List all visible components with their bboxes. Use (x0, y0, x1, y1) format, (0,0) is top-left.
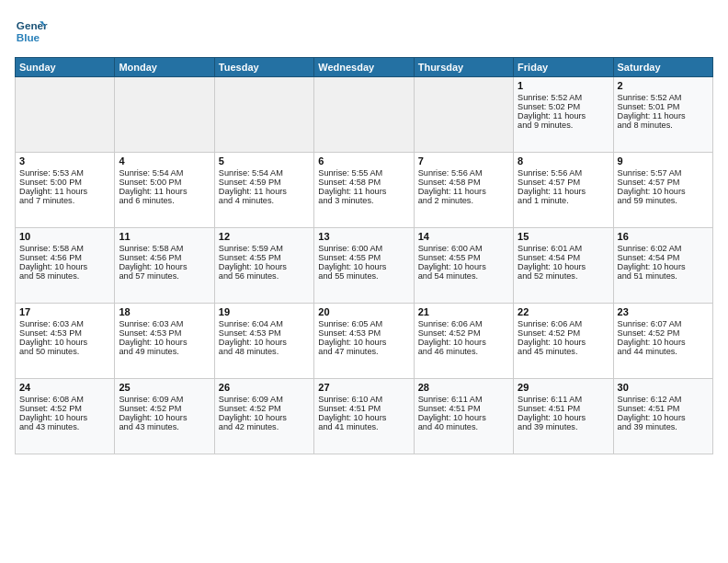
day-number: 18 (119, 306, 210, 317)
cell-week1-day2 (115, 77, 214, 153)
cell-text: and 52 minutes. (518, 271, 609, 281)
cell-text: Sunrise: 6:02 AM (618, 244, 709, 253)
cell-week3-day1: 10Sunrise: 5:58 AMSunset: 4:56 PMDayligh… (16, 228, 115, 304)
cell-text: Sunset: 4:55 PM (219, 253, 310, 262)
cell-text: and 6 minutes. (119, 196, 210, 205)
cell-text: Sunset: 4:52 PM (219, 404, 310, 413)
week-row-4: 17Sunrise: 6:03 AMSunset: 4:53 PMDayligh… (16, 304, 713, 379)
cell-text: Sunrise: 5:52 AM (518, 93, 609, 102)
cell-text: Daylight: 10 hours (418, 262, 509, 271)
cell-week5-day2: 25Sunrise: 6:09 AMSunset: 4:52 PMDayligh… (115, 379, 214, 454)
day-number: 22 (518, 306, 609, 317)
cell-text: Sunrise: 6:11 AM (418, 395, 509, 404)
cell-text: Sunset: 4:53 PM (119, 328, 210, 338)
day-number: 30 (618, 382, 709, 393)
cell-text: and 7 minutes. (19, 196, 110, 205)
day-number: 24 (19, 382, 110, 393)
cell-text: Sunrise: 6:09 AM (219, 395, 310, 404)
cell-text: Daylight: 10 hours (318, 262, 409, 271)
cell-text: Sunset: 4:51 PM (318, 404, 409, 413)
cell-text: Sunrise: 6:03 AM (119, 319, 210, 328)
cell-week4-day7: 23Sunrise: 6:07 AMSunset: 4:52 PMDayligh… (613, 304, 712, 379)
cell-text: Daylight: 10 hours (618, 187, 709, 196)
cell-text: Sunrise: 6:05 AM (318, 319, 409, 328)
cell-week5-day4: 27Sunrise: 6:10 AMSunset: 4:51 PMDayligh… (314, 379, 414, 454)
day-number: 15 (518, 231, 609, 242)
day-number: 9 (618, 155, 709, 167)
cell-week4-day2: 18Sunrise: 6:03 AMSunset: 4:53 PMDayligh… (115, 304, 214, 379)
cell-text: Sunset: 4:56 PM (119, 253, 210, 262)
svg-text:Blue: Blue (17, 31, 40, 43)
cell-text: Daylight: 10 hours (19, 262, 110, 271)
cell-text: Daylight: 11 hours (618, 111, 709, 121)
cell-text: Sunrise: 6:01 AM (518, 244, 609, 253)
cell-text: Daylight: 10 hours (518, 338, 609, 347)
cell-week2-day7: 9Sunrise: 5:57 AMSunset: 4:57 PMDaylight… (613, 153, 712, 228)
day-number: 29 (518, 382, 609, 393)
day-number: 10 (19, 231, 110, 242)
cell-text: Sunrise: 5:59 AM (219, 244, 310, 253)
cell-text: Sunrise: 6:08 AM (19, 395, 110, 404)
cell-text: Sunrise: 5:57 AM (618, 168, 709, 178)
cell-text: and 56 minutes. (219, 271, 310, 281)
cell-text: Sunset: 4:53 PM (219, 328, 310, 338)
cell-week5-day5: 28Sunrise: 6:11 AMSunset: 4:51 PMDayligh… (414, 379, 513, 454)
cell-text: Sunset: 4:57 PM (518, 178, 609, 187)
cell-text: Daylight: 10 hours (618, 338, 709, 347)
cell-text: and 2 minutes. (418, 196, 509, 205)
cell-week3-day6: 15Sunrise: 6:01 AMSunset: 4:54 PMDayligh… (514, 228, 613, 304)
day-number: 26 (219, 382, 310, 393)
cell-text: Sunset: 4:59 PM (219, 178, 310, 187)
cell-text: Sunset: 4:53 PM (318, 328, 409, 338)
cell-text: and 1 minute. (518, 196, 609, 205)
cell-text: Daylight: 10 hours (618, 262, 709, 271)
cell-text: and 51 minutes. (618, 271, 709, 281)
col-header-thursday: Thursday (414, 58, 513, 77)
day-number: 19 (219, 306, 310, 317)
cell-text: Sunset: 4:52 PM (418, 328, 509, 338)
cell-text: and 8 minutes. (618, 121, 709, 130)
cell-text: Sunset: 4:52 PM (518, 328, 609, 338)
cell-text: Daylight: 11 hours (418, 187, 509, 196)
cell-text: Sunrise: 5:56 AM (418, 168, 509, 178)
cell-text: and 39 minutes. (518, 422, 609, 431)
col-header-monday: Monday (115, 58, 214, 77)
cell-text: Sunset: 4:56 PM (19, 253, 110, 262)
cell-week3-day3: 12Sunrise: 5:59 AMSunset: 4:55 PMDayligh… (214, 228, 313, 304)
cell-text: Sunset: 4:55 PM (318, 253, 409, 262)
day-number: 3 (19, 155, 110, 167)
cell-text: Daylight: 10 hours (518, 262, 609, 271)
cell-text: Sunset: 4:51 PM (618, 404, 709, 413)
cell-text: Daylight: 10 hours (219, 262, 310, 271)
day-number: 12 (219, 231, 310, 242)
cell-text: and 50 minutes. (19, 347, 110, 356)
cell-week3-day2: 11Sunrise: 5:58 AMSunset: 4:56 PMDayligh… (115, 228, 214, 304)
cell-text: Daylight: 10 hours (119, 413, 210, 422)
cell-text: Daylight: 11 hours (518, 111, 609, 121)
calendar-table: SundayMondayTuesdayWednesdayThursdayFrid… (15, 57, 713, 454)
cell-text: Sunset: 4:52 PM (119, 404, 210, 413)
cell-text: Daylight: 10 hours (318, 413, 409, 422)
cell-text: Sunrise: 5:56 AM (518, 168, 609, 178)
cell-week1-day1 (16, 77, 115, 153)
cell-text: and 49 minutes. (119, 347, 210, 356)
cell-week1-day4 (314, 77, 414, 153)
cell-text: Daylight: 11 hours (119, 187, 210, 196)
cell-week5-day1: 24Sunrise: 6:08 AMSunset: 4:52 PMDayligh… (16, 379, 115, 454)
cell-text: Daylight: 11 hours (318, 187, 409, 196)
cell-week4-day3: 19Sunrise: 6:04 AMSunset: 4:53 PMDayligh… (214, 304, 313, 379)
cell-text: Sunrise: 6:09 AM (119, 395, 210, 404)
cell-text: Sunrise: 6:06 AM (418, 319, 509, 328)
day-number: 16 (618, 231, 709, 242)
cell-text: Daylight: 10 hours (119, 262, 210, 271)
cell-text: and 54 minutes. (418, 271, 509, 281)
cell-text: Sunrise: 6:07 AM (618, 319, 709, 328)
cell-text: Daylight: 10 hours (318, 338, 409, 347)
week-row-2: 3Sunrise: 5:53 AMSunset: 5:00 PMDaylight… (16, 153, 713, 228)
cell-text: Sunset: 4:52 PM (19, 404, 110, 413)
cell-text: and 55 minutes. (318, 271, 409, 281)
cell-text: Sunset: 4:53 PM (19, 328, 110, 338)
cell-text: Sunrise: 5:53 AM (19, 168, 110, 178)
cell-week2-day1: 3Sunrise: 5:53 AMSunset: 5:00 PMDaylight… (16, 153, 115, 228)
cell-text: Sunset: 5:00 PM (19, 178, 110, 187)
